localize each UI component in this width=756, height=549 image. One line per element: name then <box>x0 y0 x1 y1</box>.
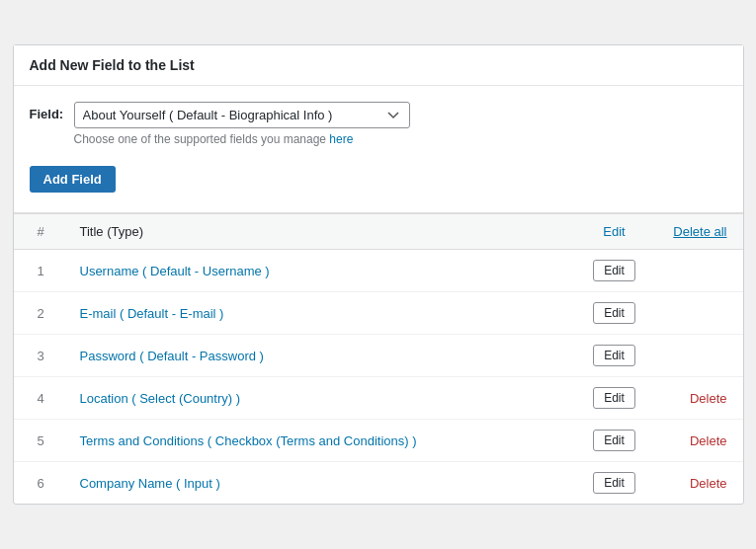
col-header-title: Title (Type) <box>68 214 575 250</box>
row-title: Username ( Default - Username ) <box>68 250 575 292</box>
table-row: 2E-mail ( Default - E-mail )Edit <box>14 292 743 335</box>
edit-button[interactable]: Edit <box>593 302 635 324</box>
row-edit-cell: Edit <box>575 292 654 335</box>
row-number: 4 <box>14 377 68 420</box>
table-row: 5Terms and Conditions ( Checkbox (Terms … <box>14 420 743 462</box>
delete-link[interactable]: Delete <box>690 476 727 491</box>
row-delete-cell <box>654 335 743 377</box>
table-header: # Title (Type) Edit Delete all <box>14 214 743 250</box>
col-header-edit: Edit <box>575 214 654 250</box>
row-title: Password ( Default - Password ) <box>68 335 575 377</box>
row-edit-cell: Edit <box>575 420 654 462</box>
row-delete-cell <box>654 250 743 292</box>
row-number: 6 <box>14 462 68 505</box>
edit-button[interactable]: Edit <box>593 430 635 451</box>
row-delete-cell: Delete <box>654 462 743 505</box>
row-delete-cell <box>654 292 743 335</box>
row-title: Company Name ( Input ) <box>68 462 575 505</box>
panel-title: Add New Field to the List <box>30 57 727 73</box>
add-field-button[interactable]: Add Field <box>30 166 116 193</box>
fields-table: # Title (Type) Edit Delete all 1Username… <box>14 213 743 504</box>
edit-button[interactable]: Edit <box>593 345 635 366</box>
delete-link[interactable]: Delete <box>690 433 727 448</box>
row-title: Terms and Conditions ( Checkbox (Terms a… <box>68 420 575 462</box>
row-number: 5 <box>14 420 68 462</box>
edit-button[interactable]: Edit <box>593 472 635 494</box>
add-field-form: Field: About Yourself ( Default - Biogra… <box>14 86 743 213</box>
field-hint-text: Choose one of the supported fields you m… <box>74 132 330 146</box>
table-row: 3Password ( Default - Password )Edit <box>14 335 743 377</box>
edit-button[interactable]: Edit <box>593 260 635 281</box>
row-edit-cell: Edit <box>575 250 654 292</box>
field-label: Field: <box>30 102 64 121</box>
table-body: 1Username ( Default - Username )Edit2E-m… <box>14 250 743 505</box>
field-input-group: About Yourself ( Default - Biographical … <box>74 102 410 146</box>
field-hint-link[interactable]: here <box>329 132 353 146</box>
row-number: 1 <box>14 250 68 292</box>
row-title: E-mail ( Default - E-mail ) <box>68 292 575 335</box>
delete-link[interactable]: Delete <box>690 391 727 406</box>
row-number: 2 <box>14 292 68 335</box>
row-title: Location ( Select (Country) ) <box>68 377 575 420</box>
field-select[interactable]: About Yourself ( Default - Biographical … <box>74 102 410 128</box>
row-edit-cell: Edit <box>575 462 654 505</box>
row-edit-cell: Edit <box>575 377 654 420</box>
row-delete-cell: Delete <box>654 420 743 462</box>
table-row: 6Company Name ( Input )EditDelete <box>14 462 743 505</box>
row-edit-cell: Edit <box>575 335 654 377</box>
table-row: 1Username ( Default - Username )Edit <box>14 250 743 292</box>
main-panel: Add New Field to the List Field: About Y… <box>13 44 744 505</box>
col-header-hash: # <box>14 214 68 250</box>
table-header-row: # Title (Type) Edit Delete all <box>14 214 743 250</box>
col-header-delete-all[interactable]: Delete all <box>654 214 743 250</box>
row-number: 3 <box>14 335 68 377</box>
table-row: 4Location ( Select (Country) )EditDelete <box>14 377 743 420</box>
field-row: Field: About Yourself ( Default - Biogra… <box>30 102 727 146</box>
field-hint: Choose one of the supported fields you m… <box>74 132 410 146</box>
edit-button[interactable]: Edit <box>593 387 635 409</box>
panel-header: Add New Field to the List <box>14 45 743 86</box>
row-delete-cell: Delete <box>654 377 743 420</box>
